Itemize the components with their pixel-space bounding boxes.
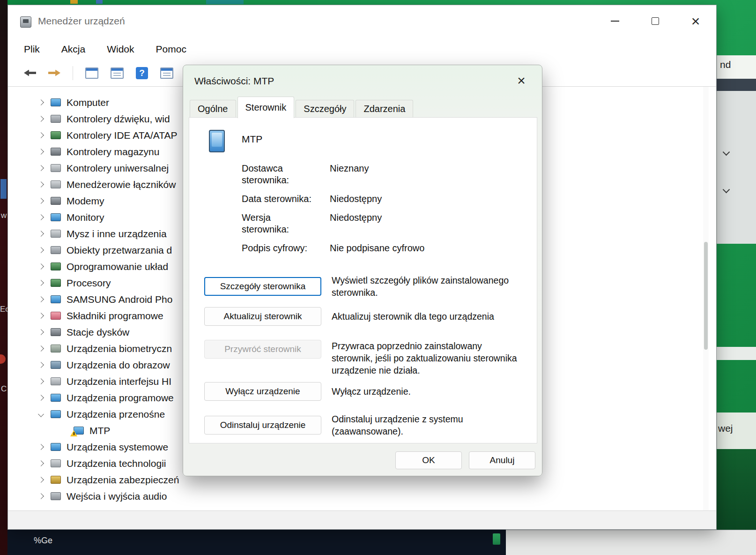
chevron-right-icon[interactable] <box>38 198 44 204</box>
show-console-tree-icon[interactable] <box>85 68 98 79</box>
chevron-right-icon[interactable] <box>38 329 44 335</box>
device-category-icon <box>51 394 61 402</box>
chevron-right-icon[interactable] <box>38 444 44 450</box>
driver-action-row: Wyłącz urządzenie Wyłącz urządzenie. <box>204 382 526 401</box>
window-title: Menedżer urządzeń <box>38 15 125 27</box>
tree-item-label: Urządzenia programowe <box>67 392 174 404</box>
action-description: Wyłącz urządzenie. <box>332 385 526 398</box>
chevron-right-icon[interactable] <box>38 411 44 417</box>
action-button[interactable]: Przywróć sterownik <box>204 340 321 359</box>
driver-tab-page: MTP Dostawca sterownika: Nieznany Data s… <box>189 117 537 443</box>
menu-item-widok[interactable]: Widok <box>107 44 134 55</box>
tree-item-label: Menedżerowie łączników <box>67 179 176 190</box>
desktop-left-edge: w Ec C <box>0 0 7 555</box>
device-category-icon <box>51 115 61 123</box>
menu-item-akcja[interactable]: Akcja <box>61 44 85 55</box>
device-category-icon <box>51 459 61 467</box>
chevron-right-icon[interactable] <box>38 247 44 253</box>
dialog-close-button[interactable]: × <box>511 71 532 90</box>
tree-item-label: Wejścia i wyjścia audio <box>67 491 167 502</box>
dialog-tab[interactable]: Sterownik <box>237 97 295 118</box>
menu-item-pomoc[interactable]: Pomoc <box>156 44 186 55</box>
maximize-button[interactable] <box>643 11 667 31</box>
chevron-right-icon[interactable] <box>38 477 44 483</box>
tree-item[interactable]: Wejścia i wyjścia audio <box>8 488 716 504</box>
dialog-tab[interactable]: Zdarzenia <box>356 100 413 118</box>
titlebar[interactable]: Menedżer urządzeń × <box>8 5 716 39</box>
chevron-right-icon[interactable] <box>38 395 44 401</box>
background-window-fragment: wej <box>717 412 756 449</box>
action-button[interactable]: Wyłącz urządzenie <box>204 382 321 401</box>
driver-fields: Dostawca sterownika: Nieznany Data stero… <box>242 163 520 261</box>
action-button[interactable]: Odinstaluj urządzenie <box>204 416 321 435</box>
chevron-right-icon[interactable] <box>38 231 44 237</box>
forward-icon[interactable] <box>48 70 60 76</box>
action-button[interactable]: Aktualizuj sterownik <box>204 307 321 326</box>
action-description: Wyświetl szczegóły plików zainstalowaneg… <box>332 274 526 299</box>
device-category-icon <box>51 197 61 205</box>
tab-label: Ogólne <box>198 104 228 114</box>
chevron-right-icon[interactable] <box>38 493 44 499</box>
action-pane-icon[interactable] <box>160 68 173 79</box>
dialog-titlebar[interactable]: Właściwości: MTP × <box>183 65 542 96</box>
tree-item-label: Urządzenia zabezpieczeń <box>67 474 179 486</box>
chevron-right-icon[interactable] <box>38 296 44 302</box>
chevron-right-icon[interactable] <box>38 280 44 286</box>
action-button[interactable]: Szczegóły sterownika <box>204 277 321 296</box>
properties-icon[interactable] <box>111 68 124 79</box>
tree-item-label: Monitory <box>67 212 104 223</box>
dialog-footer: OK Anuluj <box>183 451 535 469</box>
background-window-fragment <box>717 347 756 360</box>
scrollbar-thumb[interactable] <box>704 242 708 350</box>
tree-item-label: Mysz i inne urządzenia <box>67 228 167 240</box>
chevron-right-icon[interactable] <box>38 116 44 122</box>
chevron-right-icon[interactable] <box>38 149 44 155</box>
background-window-fragment <box>717 79 756 91</box>
field-label: Data sterownika: <box>242 193 317 205</box>
driver-action-row: Przywróć sterownik Przywraca poprzednio … <box>204 340 526 376</box>
background-window-fragment <box>0 179 7 199</box>
background-text-fragment: wej <box>718 423 733 434</box>
ok-button[interactable]: OK <box>395 451 462 469</box>
help-icon[interactable]: ? <box>136 67 148 79</box>
chevron-right-icon[interactable] <box>38 378 44 384</box>
dialog-tabs: Ogólne Sterownik Szczegóły Zdarzenia <box>190 96 415 118</box>
chevron-right-icon[interactable] <box>38 132 44 138</box>
back-icon[interactable] <box>24 70 36 76</box>
device-category-icon <box>51 492 61 500</box>
taskbar-icon-fragment <box>493 533 500 545</box>
chevron-right-icon[interactable] <box>38 165 44 171</box>
chevron-down-icon <box>723 186 730 194</box>
status-bar <box>8 510 716 529</box>
chevron-right-icon[interactable] <box>38 99 44 105</box>
background-window-fragment <box>717 91 756 244</box>
tab-label: Sterownik <box>245 102 287 113</box>
properties-dialog: Właściwości: MTP × Ogólne Sterownik Szcz… <box>183 65 542 476</box>
device-category-icon <box>51 377 61 385</box>
chevron-right-icon[interactable] <box>38 345 44 352</box>
chevron-right-icon[interactable] <box>38 214 44 220</box>
tab-label: Zdarzenia <box>363 104 405 114</box>
background-icon-fragment <box>0 354 6 364</box>
tree-item-label: Urządzenia technologii <box>67 458 166 469</box>
chevron-right-icon[interactable] <box>38 362 44 368</box>
driver-action-row: Szczegóły sterownika Wyświetl szczegóły … <box>204 274 526 299</box>
close-button[interactable]: × <box>683 11 708 31</box>
chevron-right-icon[interactable] <box>38 460 44 466</box>
dialog-tab[interactable]: Ogólne <box>190 100 236 118</box>
action-description: Aktualizuj sterownik dla tego urządzenia <box>332 310 526 322</box>
tree-scrollbar[interactable] <box>703 87 709 510</box>
tree-item-label: Procesory <box>67 278 111 289</box>
chevron-right-icon[interactable] <box>38 263 44 270</box>
field-value: Nieznany <box>330 163 369 174</box>
field-value: Niedostępny <box>330 193 382 205</box>
cancel-button[interactable]: Anuluj <box>469 451 535 469</box>
dialog-tab[interactable]: Szczegóły <box>296 100 354 118</box>
menu-item-plik[interactable]: Plik <box>24 44 40 55</box>
driver-field-row: Podpis cyfrowy: Nie podpisane cyfrowo <box>242 242 520 254</box>
tree-item-label: Urządzenia do obrazow <box>67 360 170 371</box>
background-text-fragment: w <box>1 211 7 220</box>
chevron-right-icon[interactable] <box>38 181 44 188</box>
minimize-button[interactable] <box>603 11 627 31</box>
chevron-right-icon[interactable] <box>38 313 44 319</box>
